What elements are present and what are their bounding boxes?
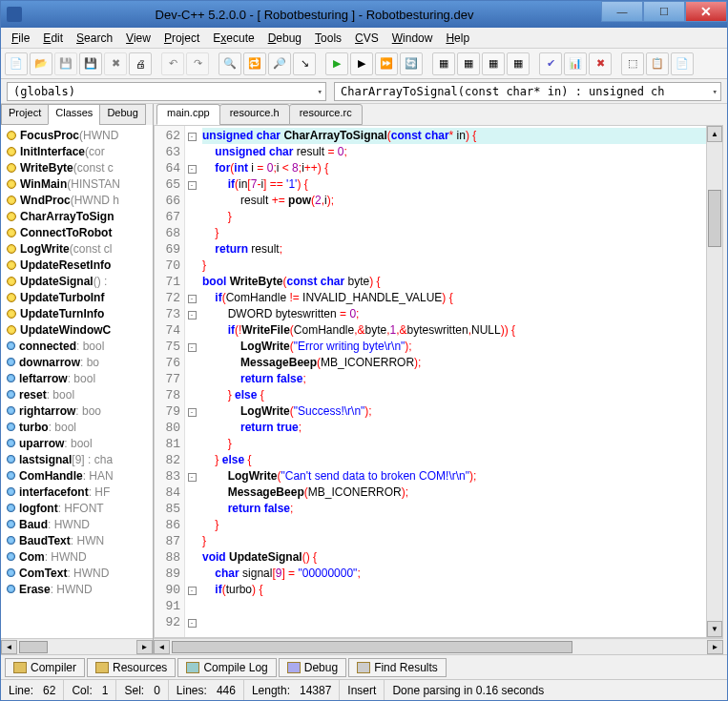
scroll-left-icon[interactable]: ◄ (1, 640, 17, 654)
open-icon[interactable]: 📂 (30, 52, 52, 75)
class-item[interactable]: WndProc(HWND h (7, 192, 153, 208)
project-icon[interactable]: 📋 (646, 52, 669, 75)
code-view[interactable]: unsigned char CharArrayToSignal(const ch… (198, 126, 706, 637)
tab-classes[interactable]: Classes (48, 104, 100, 125)
class-item[interactable]: LogWrite(const cl (7, 240, 153, 257)
class-list[interactable]: FocusProc(HWNDInitInterface(corWriteByte… (1, 125, 153, 638)
delete-icon[interactable]: ✖ (589, 52, 612, 75)
class-item[interactable]: leftarrow : bool (7, 370, 153, 386)
menu-view[interactable]: View (119, 30, 157, 47)
scope-dropdown[interactable]: (globals) (7, 82, 326, 101)
class-item[interactable]: turbo : bool (7, 419, 153, 435)
class-item[interactable]: WriteByte(const c (7, 159, 153, 175)
run-icon[interactable]: ▶ (350, 52, 373, 75)
class-item[interactable]: UpdateWindowC (7, 321, 153, 338)
menu-file[interactable]: File (5, 30, 36, 47)
newfile-icon[interactable]: 📄 (671, 52, 694, 75)
menu-window[interactable]: Window (385, 30, 440, 47)
menu-debug[interactable]: Debug (261, 30, 308, 47)
stop-icon[interactable]: ▦ (457, 52, 480, 75)
class-item[interactable]: interfacefont : HF (7, 484, 153, 500)
class-item[interactable]: WinMain(HINSTAN (7, 175, 153, 192)
tab-project[interactable]: Project (1, 104, 49, 125)
goto-icon[interactable]: ↘ (293, 52, 316, 75)
editor-vscroll[interactable]: ▲ ▼ (706, 126, 722, 637)
btab-compilelog[interactable]: Compile Log (177, 658, 276, 677)
new-icon[interactable]: 📄 (5, 52, 28, 75)
left-hscroll-thumb[interactable] (19, 641, 48, 653)
find-icon[interactable]: 🔍 (218, 52, 241, 75)
scroll-down-icon[interactable]: ▼ (707, 621, 722, 637)
scroll-up-icon[interactable]: ▲ (707, 126, 722, 142)
class-item[interactable]: UpdateSignal() : (7, 273, 153, 289)
menu-project[interactable]: Project (157, 30, 206, 47)
btab-findresults[interactable]: Find Results (348, 658, 447, 677)
newwin-icon[interactable]: ⬚ (621, 52, 644, 75)
undo-icon[interactable]: ↶ (161, 52, 184, 75)
editor-hscroll-thumb[interactable] (172, 641, 572, 653)
editor-hscroll[interactable]: ◄ ► (154, 638, 723, 654)
class-item[interactable]: BaudText : HWN (7, 532, 153, 548)
compile-icon[interactable]: ▶ (325, 52, 348, 75)
class-item[interactable]: UpdateTurnInfo (7, 305, 153, 321)
class-item[interactable]: FocusProc(HWND (7, 127, 153, 143)
maximize-button[interactable]: ☐ (643, 1, 685, 22)
class-item[interactable]: Erase : HWND (7, 581, 153, 597)
compilerun-icon[interactable]: ⏩ (375, 52, 398, 75)
class-item[interactable]: logfont : HFONT (7, 500, 153, 516)
redo-icon[interactable]: ↷ (186, 52, 209, 75)
debug-icon[interactable]: ▦ (432, 52, 455, 75)
function-dropdown[interactable]: CharArrayToSignal(const char* in) : unsi… (334, 82, 721, 101)
menu-edit[interactable]: Edit (36, 30, 70, 47)
editor-vscroll-thumb[interactable] (708, 190, 721, 247)
close-button[interactable]: ✕ (685, 1, 727, 22)
btab-resources[interactable]: Resources (87, 658, 176, 677)
class-item[interactable]: ComHandle : HAN (7, 467, 153, 484)
class-item[interactable]: ConnectToRobot (7, 224, 153, 240)
class-item[interactable]: Baud : HWND (7, 516, 153, 532)
class-item[interactable]: UpdateTurboInf (7, 289, 153, 305)
tab-debug[interactable]: Debug (99, 104, 145, 125)
class-item[interactable]: reset : bool (7, 386, 153, 402)
save-icon[interactable]: 💾 (54, 52, 77, 75)
step-icon[interactable]: ▦ (482, 52, 505, 75)
close-icon[interactable]: ✖ (104, 52, 127, 75)
menu-cvs[interactable]: CVS (348, 30, 385, 47)
class-item[interactable]: rightarrow : boo (7, 402, 153, 419)
filetab-main[interactable]: main.cpp (156, 104, 220, 125)
class-item[interactable]: InitInterface(cor (7, 143, 153, 159)
findfiles-icon[interactable]: 🔎 (268, 52, 291, 75)
rebuild-icon[interactable]: 🔄 (400, 52, 423, 75)
check-icon[interactable]: ✔ (539, 52, 562, 75)
grid-icon[interactable]: ▦ (507, 52, 530, 75)
btab-debug[interactable]: Debug (279, 658, 346, 677)
class-item[interactable]: uparrow : bool (7, 435, 153, 451)
menu-tools[interactable]: Tools (308, 30, 348, 47)
menu-help[interactable]: Help (439, 30, 476, 47)
btab-compiler[interactable]: Compiler (5, 658, 85, 677)
print-icon[interactable]: 🖨 (129, 52, 152, 75)
minimize-button[interactable]: — (601, 1, 643, 22)
scroll-right-icon[interactable]: ► (136, 640, 153, 654)
saveall-icon[interactable]: 💾 (79, 52, 102, 75)
menu-execute[interactable]: Execute (206, 30, 260, 47)
line-gutter: 62 63 64 65 66 67 68 69 70 71 72 73 74 7… (155, 126, 185, 637)
profile-icon[interactable]: 📊 (564, 52, 587, 75)
filetab-resourcerc[interactable]: resource.rc (289, 104, 363, 125)
scroll-left-icon[interactable]: ◄ (154, 640, 170, 654)
code-editor[interactable]: 62 63 64 65 66 67 68 69 70 71 72 73 74 7… (154, 125, 723, 638)
variable-icon (7, 485, 17, 498)
class-item[interactable]: downarrow : bo (7, 354, 153, 370)
class-item[interactable]: CharArrayToSign (7, 208, 153, 224)
filetab-resourceh[interactable]: resource.h (219, 104, 290, 125)
menu-search[interactable]: Search (70, 30, 119, 47)
class-item[interactable]: ComText : HWND (7, 565, 153, 581)
class-item[interactable]: lastsignal[9] : cha (7, 451, 153, 467)
class-item[interactable]: connected : bool (7, 338, 153, 354)
class-item[interactable]: Com : HWND (7, 548, 153, 565)
scroll-right-icon[interactable]: ► (707, 640, 723, 654)
class-item[interactable]: UpdateResetInfo (7, 257, 153, 273)
replace-icon[interactable]: 🔁 (243, 52, 266, 75)
left-hscroll[interactable]: ◄ ► (1, 638, 153, 654)
fold-column[interactable]: ---------- (185, 126, 198, 637)
